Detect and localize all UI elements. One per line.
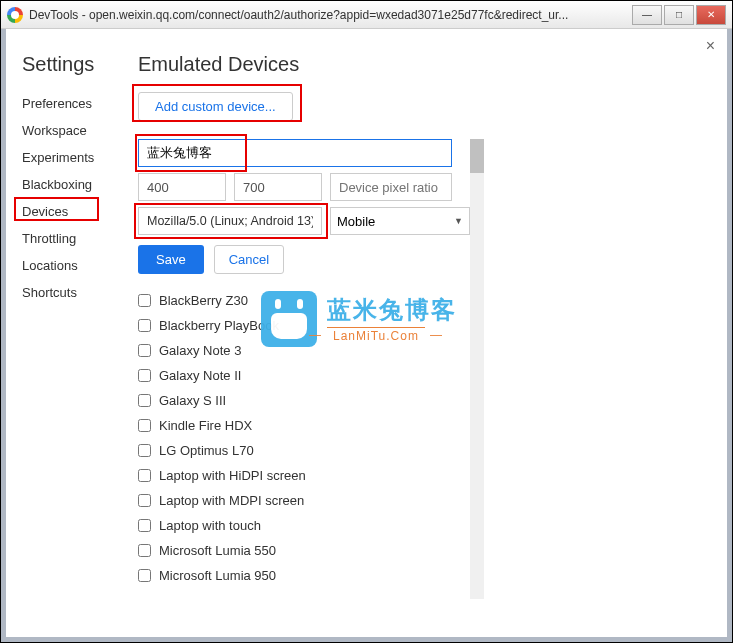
device-checkbox[interactable] (138, 519, 151, 532)
window-controls: — □ ✕ (630, 5, 726, 25)
device-label: Galaxy S III (159, 393, 226, 408)
main-content: Emulated Devices Add custom device... (138, 53, 711, 629)
device-checkbox[interactable] (138, 319, 151, 332)
device-checkbox[interactable] (138, 294, 151, 307)
device-item[interactable]: Blackberry PlayBook (138, 313, 470, 338)
device-item[interactable]: LG Optimus L70 (138, 438, 470, 463)
device-item[interactable]: Microsoft Lumia 550 (138, 538, 470, 563)
device-form: Mobile ▼ Save Cancel BlackBerry Z30Black… (138, 139, 470, 588)
sidebar-item-shortcuts[interactable]: Shortcuts (22, 279, 132, 306)
sidebar-item-devices[interactable]: Devices (22, 198, 132, 225)
device-label: Laptop with MDPI screen (159, 493, 304, 508)
save-button[interactable]: Save (138, 245, 204, 274)
device-item[interactable]: Galaxy Note II (138, 363, 470, 388)
dpr-input[interactable] (330, 173, 452, 201)
sidebar-item-workspace[interactable]: Workspace (22, 117, 132, 144)
device-item[interactable]: Laptop with touch (138, 513, 470, 538)
device-checkbox[interactable] (138, 494, 151, 507)
device-label: Galaxy Note 3 (159, 343, 241, 358)
width-input[interactable] (138, 173, 226, 201)
height-input[interactable] (234, 173, 322, 201)
device-checkbox[interactable] (138, 469, 151, 482)
add-custom-device-button[interactable]: Add custom device... (138, 92, 293, 121)
sidebar-item-throttling[interactable]: Throttling (22, 225, 132, 252)
device-checkbox[interactable] (138, 444, 151, 457)
settings-sidebar: Settings Preferences Workspace Experimen… (22, 53, 132, 306)
window-title: DevTools - open.weixin.qq.com/connect/oa… (29, 8, 630, 22)
device-checkbox[interactable] (138, 569, 151, 582)
device-checkbox[interactable] (138, 544, 151, 557)
sidebar-item-locations[interactable]: Locations (22, 252, 132, 279)
scrollbar-thumb[interactable] (470, 139, 484, 173)
device-label: BlackBerry Z30 (159, 293, 248, 308)
device-checkbox[interactable] (138, 419, 151, 432)
sidebar-item-blackboxing[interactable]: Blackboxing (22, 171, 132, 198)
device-label: LG Optimus L70 (159, 443, 254, 458)
device-item[interactable]: Laptop with MDPI screen (138, 488, 470, 513)
sidebar-item-label: Devices (22, 204, 68, 219)
cancel-button[interactable]: Cancel (214, 245, 284, 274)
device-type-label: Mobile (337, 214, 375, 229)
device-checkbox[interactable] (138, 394, 151, 407)
device-label: Laptop with HiDPI screen (159, 468, 306, 483)
device-item[interactable]: Galaxy S III (138, 388, 470, 413)
maximize-button[interactable]: □ (664, 5, 694, 25)
device-list: BlackBerry Z30Blackberry PlayBookGalaxy … (138, 288, 470, 588)
settings-panel: × Settings Preferences Workspace Experim… (1, 29, 732, 642)
scrollbar-track[interactable] (470, 139, 484, 599)
device-checkbox[interactable] (138, 369, 151, 382)
chevron-down-icon: ▼ (454, 216, 463, 226)
user-agent-input[interactable] (138, 207, 322, 235)
device-label: Laptop with touch (159, 518, 261, 533)
close-window-button[interactable]: ✕ (696, 5, 726, 25)
sidebar-title: Settings (22, 53, 132, 76)
sidebar-item-experiments[interactable]: Experiments (22, 144, 132, 171)
device-label: Galaxy Note II (159, 368, 241, 383)
page-title: Emulated Devices (138, 53, 711, 76)
device-type-select[interactable]: Mobile ▼ (330, 207, 470, 235)
minimize-button[interactable]: — (632, 5, 662, 25)
window-titlebar: DevTools - open.weixin.qq.com/connect/oa… (1, 1, 732, 29)
chrome-icon (7, 7, 23, 23)
device-label: Microsoft Lumia 550 (159, 543, 276, 558)
device-checkbox[interactable] (138, 344, 151, 357)
device-item[interactable]: Galaxy Note 3 (138, 338, 470, 363)
device-item[interactable]: BlackBerry Z30 (138, 288, 470, 313)
device-label: Kindle Fire HDX (159, 418, 252, 433)
device-label: Microsoft Lumia 950 (159, 568, 276, 583)
device-item[interactable]: Laptop with HiDPI screen (138, 463, 470, 488)
device-item[interactable]: Kindle Fire HDX (138, 413, 470, 438)
device-name-input[interactable] (138, 139, 452, 167)
sidebar-item-preferences[interactable]: Preferences (22, 90, 132, 117)
device-label: Blackberry PlayBook (159, 318, 279, 333)
device-item[interactable]: Microsoft Lumia 950 (138, 563, 470, 588)
